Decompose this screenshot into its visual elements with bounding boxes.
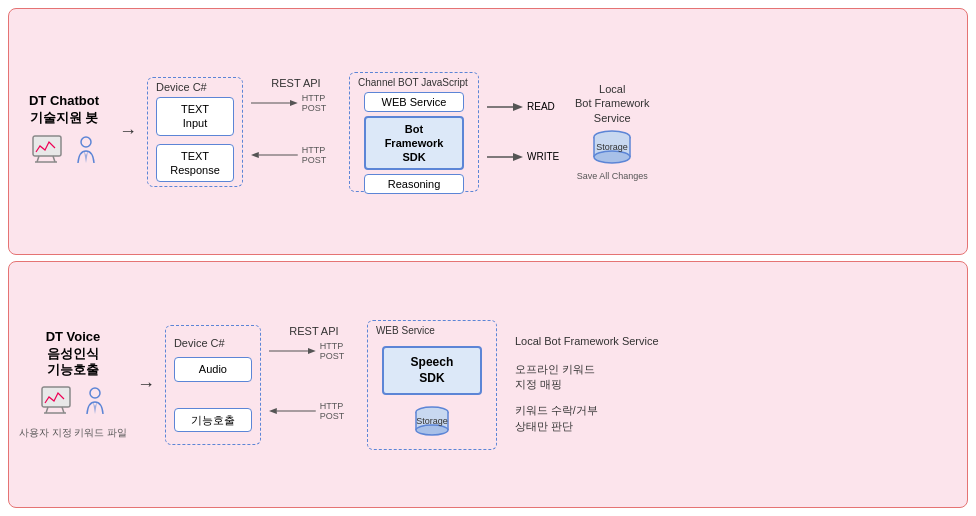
save-all-label: Save All Changes	[577, 171, 648, 181]
bottom-avatar-group	[40, 385, 106, 421]
svg-marker-13	[513, 153, 523, 161]
arrow-right-1	[251, 96, 298, 110]
note1: 오프라인 키워드	[515, 362, 659, 378]
svg-marker-9	[251, 151, 259, 157]
bottom-section: DT Voice 음성인식 기능호출 사용자 지정	[8, 261, 968, 508]
top-section: DT Chatbot 기술지원 봇	[8, 8, 968, 255]
monitor-icon	[31, 134, 71, 170]
bottom-title: DT Voice 음성인식 기능호출	[46, 329, 101, 380]
storage-icon-top: Storage	[587, 129, 637, 167]
http-post-4: HTTP POST	[269, 401, 359, 421]
arrow-left-1	[251, 148, 298, 162]
svg-line-22	[62, 407, 64, 413]
web-service-box-top: WEB Service	[364, 92, 464, 112]
user-file-label: 사용자 지정 키워드 파일	[19, 427, 127, 440]
rest-api-label-bottom: REST API	[289, 325, 338, 337]
read-arrow: READ	[487, 101, 555, 113]
svg-line-21	[46, 407, 48, 413]
local-title-top: Local Bot Framework Service	[575, 82, 650, 125]
top-section-label: DT Chatbot 기술지원 봇	[19, 93, 109, 171]
svg-point-4	[81, 137, 91, 147]
local-title-bottom: Local Bot Framework Service	[515, 334, 659, 349]
monitor-icon-bottom	[40, 385, 80, 421]
bottom-section-label: DT Voice 음성인식 기능호출 사용자 지정	[19, 329, 127, 441]
note3: 키워드 수락/거부	[515, 403, 659, 419]
write-arrow: WRITE	[487, 151, 559, 163]
svg-line-2	[53, 156, 55, 162]
main-container: DT Chatbot 기술지원 봇	[0, 0, 976, 516]
http-post-2: HTTP POST	[251, 145, 341, 165]
bot-framework-box: Bot Framework SDK	[364, 116, 464, 171]
svg-line-1	[37, 156, 39, 162]
device-box-top: Device C# TEXT Input TEXT Response	[147, 77, 243, 187]
svg-text:Storage: Storage	[596, 142, 628, 152]
note2: 지정 매핑	[515, 377, 659, 393]
svg-marker-11	[513, 103, 523, 111]
audio-box: Audio	[174, 357, 252, 381]
local-service-top: Local Bot Framework Service Storage Save…	[567, 82, 657, 181]
svg-marker-27	[308, 347, 316, 353]
person-icon	[75, 135, 97, 169]
storage-icon-bottom: Storage	[407, 405, 457, 439]
svg-marker-7	[290, 99, 298, 105]
read-arrow-line	[487, 101, 523, 113]
rest-api-group: REST API HTTP POST HT	[251, 77, 341, 187]
speech-box-outer: WEB Service Speech SDK Storage	[367, 320, 497, 450]
reasoning-box: Reasoning	[364, 174, 464, 194]
svg-text:Storage: Storage	[416, 416, 448, 426]
svg-marker-29	[269, 407, 277, 413]
device-box-bottom: Device C# Audio 기능호출	[165, 325, 261, 445]
speech-sdk-box: Speech SDK	[382, 346, 482, 396]
web-service-label-bottom: WEB Service	[376, 325, 435, 336]
rest-api-group-bottom: REST API HTTP POST HTTP POST	[269, 325, 359, 445]
svg-point-34	[416, 425, 448, 435]
channel-box-top: Channel BOT JavaScript WEB Service Bot F…	[349, 72, 479, 192]
text-response-box: TEXT Response	[156, 144, 234, 183]
svg-marker-25	[93, 402, 97, 414]
svg-point-24	[90, 388, 100, 398]
text-input-box: TEXT Input	[156, 97, 234, 136]
svg-marker-5	[84, 151, 88, 163]
note4: 상태만 판단	[515, 419, 659, 435]
arrow-right-2	[269, 344, 316, 358]
http-post-3: HTTP POST	[269, 341, 359, 361]
local-service-bottom: Local Bot Framework Service 오프라인 키워드 지정 …	[515, 334, 659, 434]
top-avatar-group	[31, 134, 97, 170]
read-write-group: READ WRITE	[487, 101, 559, 163]
top-title: DT Chatbot 기술지원 봇	[29, 93, 99, 127]
function-call-box: 기능호출	[174, 408, 252, 432]
write-arrow-line	[487, 151, 523, 163]
person-icon-bottom	[84, 386, 106, 420]
arrow-to-device: →	[119, 121, 137, 142]
svg-point-18	[594, 151, 630, 163]
arrow-left-2	[269, 404, 316, 418]
http-post-1: HTTP POST	[251, 93, 341, 113]
rest-api-label-top: REST API	[271, 77, 320, 89]
arrow-to-device-bottom: →	[137, 374, 155, 395]
